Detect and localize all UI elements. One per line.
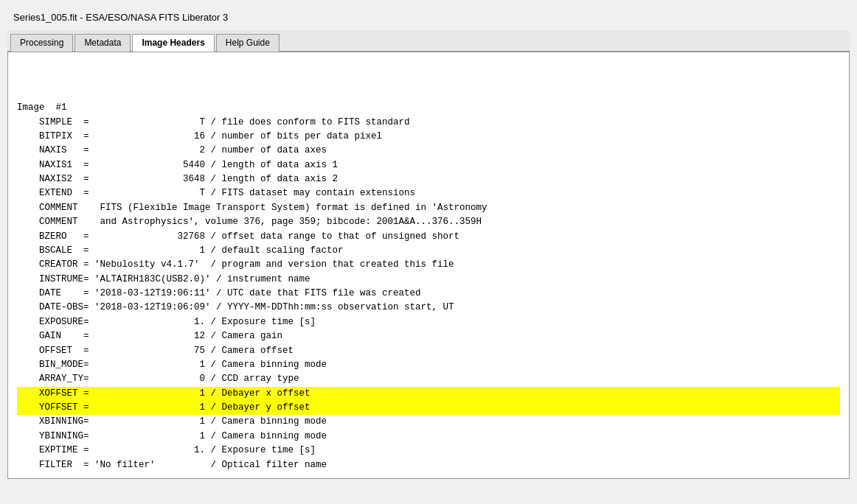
fits-line-10: CREATOR = 'Nebulosity v4.1.7' / program … (17, 258, 840, 272)
tab-processing[interactable]: Processing (10, 34, 73, 52)
fits-line-23: EXPTIME = 1. / Exposure time [s] (17, 444, 840, 458)
fits-line-8: BZERO = 32768 / offset data range to tha… (17, 230, 840, 244)
fits-line-22: YBINNING= 1 / Camera binning mode (17, 430, 840, 444)
fits-line-9: BSCALE = 1 / default scaling factor (17, 244, 840, 258)
fits-line-0: SIMPLE = T / file does conform to FITS s… (17, 116, 840, 130)
fits-line-16: OFFSET = 75 / Camera offset (17, 344, 840, 358)
tab-metadata[interactable]: Metadata (74, 34, 131, 52)
fits-line-5: EXTEND = T / FITS dataset may contain ex… (17, 186, 840, 200)
fits-line-19: XOFFSET = 1 / Debayer x offset (17, 387, 840, 401)
fits-content: Image #1 SIMPLE = T / file does conform … (17, 58, 840, 472)
window-title: Series1_005.fit - ESA/ESO/NASA FITS Libe… (13, 12, 228, 23)
fits-line-6: COMMENT FITS (Flexible Image Transport S… (17, 201, 840, 215)
main-window: Series1_005.fit - ESA/ESO/NASA FITS Libe… (0, 0, 857, 504)
fits-line-20: YOFFSET = 1 / Debayer y offset (17, 401, 840, 415)
tab-image-headers[interactable]: Image Headers (132, 34, 214, 52)
title-bar: Series1_005.fit - ESA/ESO/NASA FITS Libe… (7, 7, 850, 27)
fits-line-18: ARRAY_TY= 0 / CCD array type (17, 372, 840, 386)
fits-line-12: DATE = '2018-03-12T19:06:11' / UTC date … (17, 287, 840, 301)
tab-bar: ProcessingMetadataImage HeadersHelp Guid… (7, 30, 850, 52)
fits-line-13: DATE-OBS= '2018-03-12T19:06:09' / YYYY-M… (17, 301, 840, 315)
fits-line-17: BIN_MODE= 1 / Camera binning mode (17, 358, 840, 372)
fits-line-15: GAIN = 12 / Camera gain (17, 329, 840, 343)
fits-line-14: EXPOSURE= 1. / Exposure time [s] (17, 315, 840, 329)
fits-line-7: COMMENT and Astrophysics', volume 376, p… (17, 215, 840, 229)
content-area: Image #1 SIMPLE = T / file does conform … (7, 52, 850, 479)
fits-line-2: NAXIS = 2 / number of data axes (17, 144, 840, 158)
fits-line-3: NAXIS1 = 5440 / length of data axis 1 (17, 158, 840, 172)
fits-line-24: FILTER = 'No filter' / Optical filter na… (17, 458, 840, 472)
image-label: Image #1 (17, 101, 840, 115)
tab-help-guide[interactable]: Help Guide (216, 34, 280, 52)
fits-line-11: INSTRUME= 'ALTAIRH183C(USB2.0)' / instru… (17, 273, 840, 287)
fits-line-1: BITPIX = 16 / number of bits per data pi… (17, 130, 840, 144)
fits-line-21: XBINNING= 1 / Camera binning mode (17, 415, 840, 429)
fits-line-4: NAXIS2 = 3648 / length of data axis 2 (17, 172, 840, 186)
